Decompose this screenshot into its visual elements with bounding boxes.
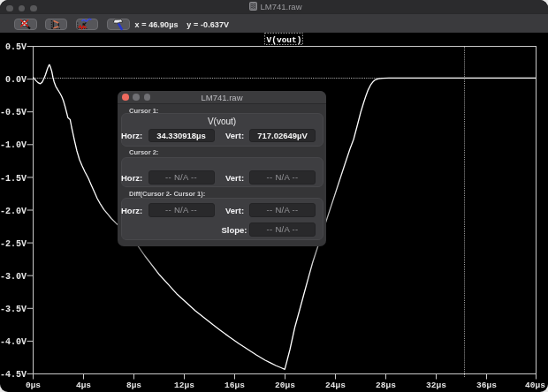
svg-text:12µs: 12µs: [174, 381, 194, 390]
svg-text:-1.0V: -1.0V: [0, 140, 27, 150]
svg-text:0.0V: 0.0V: [5, 75, 27, 85]
svg-text:V(vout): V(vout): [267, 35, 302, 45]
svg-text:24µs: 24µs: [325, 381, 346, 390]
svg-text:-2.5V: -2.5V: [0, 239, 27, 249]
svg-text:-2.0V: -2.0V: [0, 207, 27, 216]
svg-text:4µs: 4µs: [76, 381, 91, 390]
svg-text:8µs: 8µs: [126, 381, 141, 390]
svg-text:28µs: 28µs: [376, 381, 396, 390]
svg-text:-4.5V: -4.5V: [0, 370, 27, 380]
svg-text:-3.0V: -3.0V: [0, 272, 27, 282]
svg-text:-4.0V: -4.0V: [0, 337, 27, 347]
svg-text:40µs: 40µs: [525, 381, 545, 390]
svg-text:-0.5V: -0.5V: [0, 108, 27, 117]
svg-text:-3.5V: -3.5V: [0, 305, 27, 314]
svg-text:20µs: 20µs: [275, 381, 295, 390]
svg-text:36µs: 36µs: [476, 381, 497, 390]
svg-text:16µs: 16µs: [225, 381, 245, 390]
svg-text:32µs: 32µs: [426, 381, 446, 390]
svg-text:0µs: 0µs: [26, 381, 41, 390]
svg-text:-1.5V: -1.5V: [0, 174, 27, 184]
svg-text:0.5V: 0.5V: [5, 42, 27, 52]
